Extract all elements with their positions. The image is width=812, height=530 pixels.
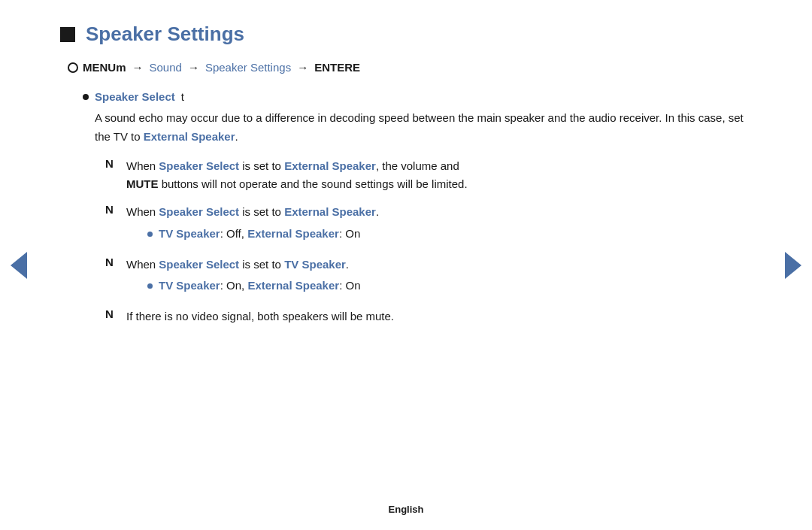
note1-external-speaker: External Speaker — [284, 159, 376, 172]
note3-on2: : On — [339, 279, 360, 292]
note1-is-set: is set to — [239, 159, 284, 172]
note3-on: : On, — [220, 279, 248, 292]
note3-ext-speaker: External Speaker — [247, 279, 339, 292]
note-n-2: N — [105, 203, 117, 216]
note-row-2: N When Speaker Select is set to External… — [105, 203, 752, 247]
page-title: Speaker Settings — [86, 23, 244, 46]
note1-mute: MUTE — [126, 177, 159, 190]
note1-rest: buttons will not operate and the sound s… — [159, 177, 468, 190]
note-n-1: N — [105, 157, 117, 170]
note1-when: When — [126, 159, 159, 172]
note2-when: When — [126, 205, 159, 218]
footer: English — [0, 504, 812, 515]
heading-square-icon — [60, 27, 75, 42]
speaker-select-description: A sound echo may occur due to a differen… — [83, 109, 752, 147]
note-row-3: N When Speaker Select is set to TV Speak… — [105, 256, 752, 299]
note-text-3: When Speaker Select is set to TV Speaker… — [126, 256, 361, 299]
sub-bullet-dot-icon-2 — [147, 283, 153, 289]
desc-end: . — [235, 130, 238, 143]
desc-link-external: External Speaker — [144, 130, 235, 143]
note2-speaker-select: Speaker Select — [159, 205, 239, 218]
menu-arrow-1: → — [132, 61, 144, 74]
menu-text: MENUm — [83, 61, 126, 74]
menu-speaker-settings: Speaker Settings — [205, 61, 291, 74]
note-text-4: If there is no video signal, both speake… — [126, 307, 394, 326]
menu-arrow-2: → — [188, 61, 199, 74]
menu-arrow-3: → — [297, 61, 308, 74]
left-arrow[interactable] — [8, 250, 30, 280]
note2-is-set: is set to — [239, 205, 284, 218]
sub-bullet-text-2: TV Speaker: On, External Speaker: On — [159, 277, 361, 295]
note3-when: When — [126, 258, 159, 271]
note-text-1: When Speaker Select is set to External S… — [126, 157, 468, 195]
footer-language: English — [389, 504, 424, 515]
note3-period: . — [346, 258, 349, 271]
note2-on: : On — [339, 227, 360, 240]
note-n-3: N — [105, 256, 117, 268]
right-arrow[interactable] — [782, 250, 804, 280]
section-heading: Speaker Settings — [60, 23, 752, 46]
note2-period: . — [376, 205, 379, 218]
note-n-4: N — [105, 307, 117, 320]
sub-bullet-dot-icon-1 — [147, 232, 153, 237]
speaker-select-label: Speaker Select — [95, 90, 175, 103]
speaker-select-heading: Speaker Select t — [83, 90, 752, 103]
speaker-select-section: Speaker Select t A sound echo may occur … — [60, 90, 752, 147]
sub-bullet-text-1: TV Speaker: Off, External Speaker: On — [159, 225, 360, 244]
note3-tv-speaker-label: TV Speaker — [159, 279, 220, 292]
note3-tv-speaker: TV Speaker — [284, 258, 346, 271]
menu-sound: Sound — [150, 61, 182, 74]
note-row-1: N When Speaker Select is set to External… — [105, 157, 752, 195]
note3-sub-bullet: TV Speaker: On, External Speaker: On — [126, 277, 361, 295]
note3-is-set: is set to — [239, 258, 284, 271]
note2-tv-speaker: TV Speaker — [159, 227, 220, 240]
page-container: Speaker Settings MENUm → Sound → Speaker… — [0, 0, 812, 530]
speaker-select-suffix: t — [181, 90, 184, 103]
menu-enter: ENTERE — [314, 61, 360, 74]
note2-external-speaker: External Speaker — [284, 205, 376, 218]
note1-comma: , the volume and — [376, 159, 459, 172]
note2-off: : Off, — [220, 227, 247, 240]
note-row-4: N If there is no video signal, both spea… — [105, 307, 752, 326]
note-text-2: When Speaker Select is set to External S… — [126, 203, 379, 247]
menu-circle-icon — [68, 62, 78, 73]
bullet-dot-icon — [83, 94, 89, 100]
note2-sub-bullet: TV Speaker: Off, External Speaker: On — [126, 225, 379, 244]
menu-path: MENUm → Sound → Speaker Settings → ENTER… — [60, 61, 752, 74]
note4-text: If there is no video signal, both speake… — [126, 310, 394, 323]
note1-speaker-select: Speaker Select — [159, 159, 239, 172]
notes-section: N When Speaker Select is set to External… — [60, 157, 752, 326]
note2-ext-speaker: External Speaker — [247, 227, 339, 240]
note3-speaker-select: Speaker Select — [159, 258, 239, 271]
